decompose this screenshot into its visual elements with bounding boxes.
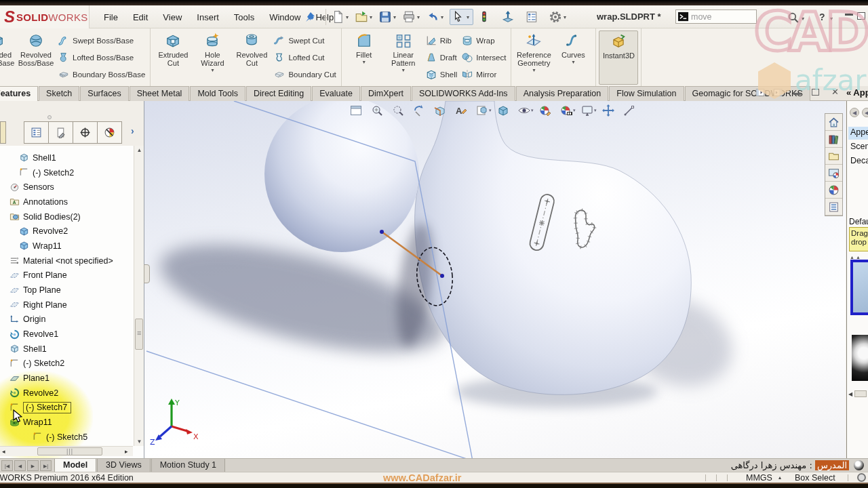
ribbon-button-wrap[interactable]: Wrap [461, 32, 506, 49]
ribbon-button-extruded-cut[interactable]: ExtrudedCut [153, 30, 193, 85]
headsup-button[interactable] [370, 104, 389, 117]
dropdown-caret[interactable]: ▾ [467, 14, 471, 20]
tree-item[interactable]: Revolve2 [1, 386, 133, 401]
toolbar-button[interactable] [525, 10, 545, 24]
menu-item[interactable]: File [96, 9, 125, 25]
sheet-nav-button[interactable]: ▶| [40, 460, 52, 471]
menu-item[interactable]: Tools [226, 9, 262, 25]
doc-minimize-icon[interactable] [793, 93, 801, 95]
dropdown-caret[interactable]: ▾ [370, 14, 374, 20]
appearances-tree-item[interactable]: Decals [848, 155, 868, 168]
tree-item[interactable]: Revolve2 [1, 224, 133, 239]
toolbar-button[interactable] [501, 10, 521, 24]
featuremanager-tab-cut[interactable] [0, 121, 6, 144]
menu-item[interactable]: Edit [125, 9, 155, 25]
tree-item[interactable]: (-) Sketch5 [1, 430, 133, 445]
document-tab[interactable]: 3D Views [97, 459, 151, 472]
tree-item[interactable]: Wrap11 [1, 239, 133, 253]
toolbar-button[interactable] [477, 10, 497, 24]
toolbar-button[interactable]: ▾ [378, 10, 398, 24]
dropdown-caret[interactable]: ▾ [572, 59, 574, 65]
toolbar-button[interactable]: ▾ [450, 9, 473, 25]
ribbon-tab[interactable]: Surfaces [80, 86, 128, 101]
tree-horizontal-scrollbar[interactable]: ◂ ||| ▸ [0, 446, 133, 456]
tree-item[interactable]: (-) Sketch2 [1, 165, 133, 180]
headsup-button[interactable] [538, 104, 557, 117]
ribbon-tab[interactable]: Sketch [39, 86, 79, 101]
pin-icon[interactable] [304, 11, 316, 23]
dropdown-caret[interactable]: ▾ [564, 14, 568, 20]
headsup-button[interactable]: ▾ [580, 104, 599, 117]
toolbar-button[interactable]: ▾ [331, 10, 351, 24]
headsup-button[interactable] [391, 104, 410, 117]
toolbar-button[interactable]: ▾ [549, 10, 568, 24]
taskpane-tab[interactable] [825, 182, 842, 199]
help-button[interactable]: ? [819, 12, 825, 22]
ribbon-tab[interactable]: Features [0, 86, 38, 101]
sheet-nav-button[interactable]: |◀ [1, 460, 13, 471]
ribbon-button-extruded-boss-base[interactable]: ExtrudedBoss/Base [0, 30, 16, 85]
graphics-viewport[interactable]: Y X Z [144, 101, 846, 458]
tree-item[interactable]: Material <not specified> [1, 253, 133, 268]
tree-item[interactable]: Origin [1, 312, 133, 327]
featuremanager-tab[interactable] [97, 121, 122, 144]
minimize-button[interactable] [845, 14, 853, 16]
scroll-right-arrow[interactable]: ▸ [125, 448, 128, 455]
headsup-button[interactable] [601, 104, 620, 117]
tree-item[interactable]: A Annotations [1, 195, 133, 209]
tree-item[interactable]: Shell1 [1, 150, 133, 165]
tree-item[interactable]: Right Plane [1, 298, 133, 312]
tree-item[interactable]: Plane1 [1, 371, 133, 386]
ribbon-button-boundary-boss-base[interactable]: Boundary Boss/Base [58, 66, 145, 83]
headsup-button[interactable] [623, 104, 641, 117]
appearance-thumbnail-selected[interactable] [850, 260, 868, 315]
headsup-button[interactable] [412, 104, 431, 117]
scrollbar-thumb[interactable]: ||| [37, 447, 102, 455]
panel-scrollbar[interactable]: ◀ [848, 390, 867, 397]
ribbon-button-rib[interactable]: Rib [425, 32, 458, 49]
tree-item[interactable]: (-) Sketch2 [1, 357, 133, 371]
panel-splitter-grip[interactable] [144, 264, 150, 283]
ribbon-button-revolved-cut[interactable]: RevolvedCut [232, 30, 271, 85]
ribbon-button-curves[interactable]: Curves▾ [553, 30, 593, 85]
taskpane-tab[interactable] [825, 131, 842, 148]
tree-item[interactable]: Front Plane [1, 268, 133, 283]
ribbon-button-reference-geometry[interactable]: ReferenceGeometry▾ [514, 30, 553, 85]
toolbar-button[interactable]: ▾ [355, 10, 374, 24]
units-selector[interactable]: MMGS [746, 473, 772, 483]
tree-item[interactable]: Top Plane [1, 283, 133, 298]
ribbon-button-instant3d[interactable]: Instant3D [599, 30, 638, 85]
ribbon-button-linear-pattern[interactable]: LinearPattern▾ [384, 30, 423, 85]
ribbon-tab[interactable]: DimXpert [361, 86, 411, 101]
ribbon-button-draft[interactable]: Draft [425, 49, 458, 66]
appearance-thumbnail[interactable] [852, 335, 868, 381]
ribbon-tab[interactable]: Analysis Preparation [516, 86, 609, 101]
ribbon-tab[interactable]: Flow Simulation [609, 86, 684, 101]
ribbon-button-revolved-boss-base[interactable]: RevolvedBoss/Base [16, 30, 56, 85]
tree-item[interactable]: Solid Bodies(2) [1, 209, 133, 224]
dropdown-caret[interactable]: ▾ [532, 67, 535, 73]
ribbon-button-swept-cut[interactable]: Swept Cut [273, 32, 336, 49]
sheet-nav-button[interactable]: ◀ [14, 460, 26, 471]
ribbon-tab[interactable]: SOLIDWORKS Add-Ins [412, 86, 515, 101]
ribbon-button-boundary-cut[interactable]: Boundary Cut [273, 66, 336, 83]
units-caret[interactable]: ▴ [778, 474, 781, 481]
panel-expand-arrow[interactable]: › [131, 125, 134, 136]
ribbon-tab[interactable]: Evaluate [312, 86, 360, 101]
command-search-box[interactable]: move [675, 9, 757, 24]
dropdown-caret[interactable]: ▾ [489, 108, 494, 113]
status-gear-icon[interactable] [857, 473, 866, 482]
headsup-button[interactable]: ▾ [475, 104, 494, 117]
tree-vertical-scrollbar[interactable]: ▲ ▼ [134, 146, 144, 446]
featuremanager-tab[interactable] [48, 121, 73, 144]
help-caret[interactable]: ▾ [830, 16, 833, 22]
search-icon[interactable] [787, 11, 800, 24]
taskpane-tab[interactable] [825, 148, 842, 165]
headsup-button[interactable]: ▾ [517, 104, 536, 117]
scroll-up-arrow[interactable]: ▲ [136, 147, 143, 153]
dropdown-caret[interactable]: ▾ [402, 67, 405, 73]
back-arrow-icon[interactable]: ◀ [862, 108, 868, 117]
splitter-dots[interactable]: ▲▲ [850, 255, 862, 260]
toolbar-button[interactable]: ▾ [402, 10, 422, 24]
ribbon-button-lofted-boss-base[interactable]: Lofted Boss/Base [58, 49, 145, 66]
